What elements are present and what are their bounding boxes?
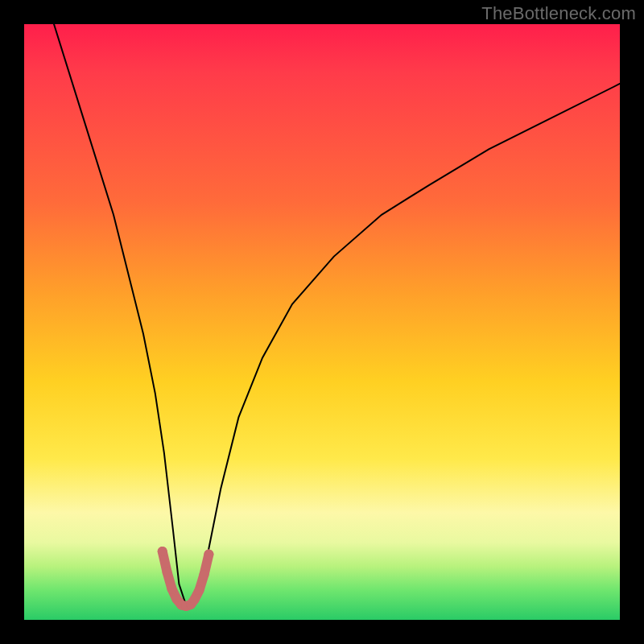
chart-frame: TheBottleneck.com [0, 0, 644, 644]
curve-layer [24, 24, 620, 620]
bottleneck-curve [54, 24, 620, 605]
trough-dot [163, 568, 172, 577]
trough-dot [204, 550, 213, 559]
trough-dot [195, 585, 204, 595]
trough-dot [190, 595, 200, 605]
trough-dot [167, 584, 177, 594]
trough-dot [158, 547, 167, 556]
plot-area [24, 24, 620, 620]
watermark-text: TheBottleneck.com [481, 3, 636, 24]
trough-dot [200, 570, 209, 580]
